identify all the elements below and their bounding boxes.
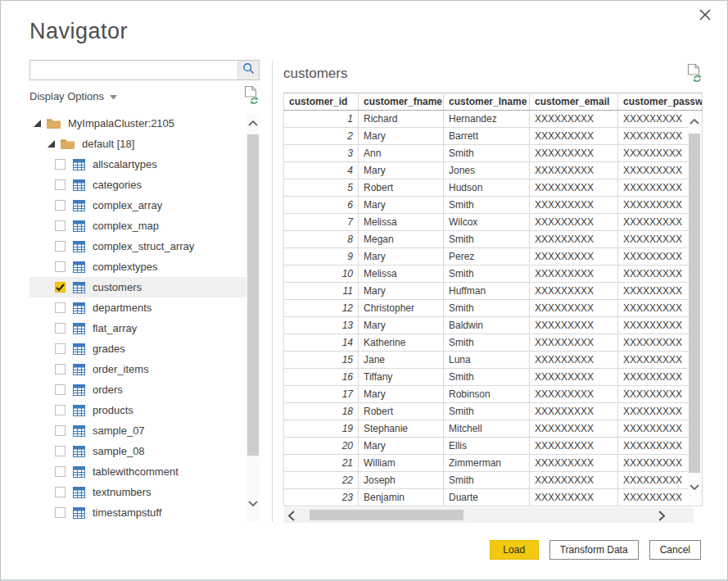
tree-item-tablewithcomment[interactable]: tablewithcomment (29, 461, 247, 482)
cell: XXXXXXXXX (530, 248, 618, 266)
transform-data-button[interactable]: Transform Data (549, 540, 639, 560)
cell: Jane (359, 352, 444, 369)
checkbox[interactable] (55, 179, 66, 190)
checkbox[interactable] (55, 405, 66, 415)
cell: XXXXXXXXX (530, 111, 618, 128)
table-row: 22JosephSmithXXXXXXXXXXXXXXXXXX (284, 472, 703, 489)
table-icon (73, 343, 85, 355)
table-icon (73, 241, 85, 252)
tree-item-sample_07[interactable]: sample_07 (29, 420, 247, 441)
checkbox[interactable] (55, 241, 66, 252)
tree-item-complextypes[interactable]: complextypes (29, 256, 247, 277)
checkbox[interactable] (55, 466, 66, 477)
tree-item-order_items[interactable]: order_items (29, 359, 247, 379)
checkbox-checked[interactable] (55, 282, 66, 293)
checkbox[interactable] (55, 261, 66, 272)
refresh-preview-icon[interactable] (687, 63, 703, 85)
checkbox[interactable] (55, 487, 66, 497)
footer-buttons: Load Transform Data Cancel (490, 540, 701, 560)
cell: Mary (359, 197, 444, 214)
table-icon (73, 261, 85, 273)
tree-item-sample_08[interactable]: sample_08 (29, 441, 247, 461)
scroll-up-icon[interactable] (248, 117, 258, 129)
table-row: 14KatherineSmithXXXXXXXXXXXXXXXXXX (284, 334, 703, 352)
table-row: 8MeganSmithXXXXXXXXXXXXXXXXXX (284, 231, 703, 248)
table-icon (73, 446, 85, 457)
preview-v-scrollbar-thumb[interactable] (689, 134, 700, 473)
scroll-left-icon[interactable] (288, 510, 295, 524)
scroll-down-icon[interactable] (690, 481, 699, 492)
search-button[interactable] (237, 61, 259, 79)
table-icon (73, 466, 85, 478)
tree-item-departments[interactable]: departments (29, 297, 247, 318)
load-button[interactable]: Load (490, 540, 539, 560)
cell: 19 (284, 420, 359, 438)
preview-h-scrollbar[interactable] (284, 507, 694, 523)
checkbox[interactable] (55, 343, 66, 354)
cell: Mary (359, 438, 444, 455)
cell: Zimmerman (444, 455, 530, 472)
column-header-customer_lname: customer_lname (444, 93, 530, 111)
cell: 1 (284, 111, 359, 128)
cell: Jones (444, 162, 530, 179)
search-box (29, 60, 260, 80)
cell: 21 (284, 455, 359, 472)
tree-item-textnumbers[interactable]: textnumbers (29, 482, 247, 502)
tree-item-grades[interactable]: grades (29, 338, 247, 359)
cell: Melissa (359, 214, 444, 231)
preview-table: customer_idcustomer_fnamecustomer_lnamec… (283, 93, 702, 506)
tree-item-allscalartypes[interactable]: allscalartypes (29, 154, 247, 175)
tree-scrollbar[interactable] (246, 114, 260, 521)
tree-item-categories[interactable]: categories (29, 175, 247, 195)
tree-item-flat_array[interactable]: flat_array (29, 318, 247, 338)
expand-arrow-icon[interactable] (47, 140, 55, 148)
preview-v-scrollbar[interactable] (688, 111, 702, 506)
cell: William (359, 455, 444, 472)
tree-item-customers[interactable]: customers (29, 277, 247, 297)
expand-arrow-icon[interactable] (34, 120, 41, 127)
table-row: 2MaryBarrettXXXXXXXXXXXXXXXXXX (284, 128, 703, 145)
tree-item-complex_map[interactable]: complex_map (29, 216, 247, 236)
tree-item-orders[interactable]: orders (29, 379, 247, 400)
tree-scrollbar-thumb[interactable] (247, 134, 259, 456)
table-row: 3AnnSmithXXXXXXXXXXXXXXXXXX (284, 145, 703, 162)
table-icon (73, 425, 85, 437)
tree-item-timestampstuff[interactable]: timestampstuff (29, 502, 247, 523)
checkbox[interactable] (55, 446, 66, 456)
tree-item-cluster[interactable]: MyImpalaCluster:2105 (29, 113, 247, 134)
tree-item-products[interactable]: products (29, 400, 247, 420)
checkbox[interactable] (55, 200, 66, 211)
checkbox[interactable] (55, 364, 66, 374)
cell: Hernandez (444, 111, 530, 128)
close-icon[interactable] (699, 9, 714, 24)
checkbox[interactable] (55, 425, 66, 436)
tree-item-complex_array[interactable]: complex_array (29, 195, 247, 216)
scroll-up-icon[interactable] (690, 116, 699, 127)
checkbox[interactable] (55, 384, 66, 395)
navigator-dialog: Navigator Display Options MyImpalaCluste… (0, 0, 728, 581)
table-row: 1RichardHernandezXXXXXXXXXXXXXXXXXX (284, 111, 703, 128)
refresh-tree-icon[interactable] (244, 85, 260, 107)
cell: XXXXXXXXX (530, 266, 618, 283)
cell: Robert (359, 179, 444, 197)
checkbox[interactable] (55, 220, 66, 231)
preview-h-scrollbar-thumb[interactable] (310, 510, 463, 520)
cell: Mary (359, 317, 444, 334)
scroll-right-icon[interactable] (658, 510, 665, 524)
cell: 11 (284, 283, 359, 300)
checkbox[interactable] (55, 507, 66, 518)
table-row: 18RobertSmithXXXXXXXXXXXXXXXXXX (284, 403, 703, 420)
tree-item-complex_struct_array[interactable]: complex_struct_array (29, 236, 247, 256)
search-input[interactable] (30, 61, 237, 79)
cell: 16 (284, 369, 359, 386)
column-header-customer_email: customer_email (530, 93, 618, 111)
scroll-down-icon[interactable] (248, 497, 258, 509)
display-options-dropdown[interactable]: Display Options (29, 88, 117, 104)
checkbox[interactable] (55, 302, 66, 313)
cancel-button[interactable]: Cancel (649, 540, 701, 560)
checkbox[interactable] (55, 323, 66, 334)
tree-item-schema-default[interactable]: default [18] (29, 134, 247, 154)
cell: XXXXXXXXX (530, 334, 618, 352)
checkbox[interactable] (55, 159, 66, 170)
cell: XXXXXXXXX (530, 162, 618, 179)
